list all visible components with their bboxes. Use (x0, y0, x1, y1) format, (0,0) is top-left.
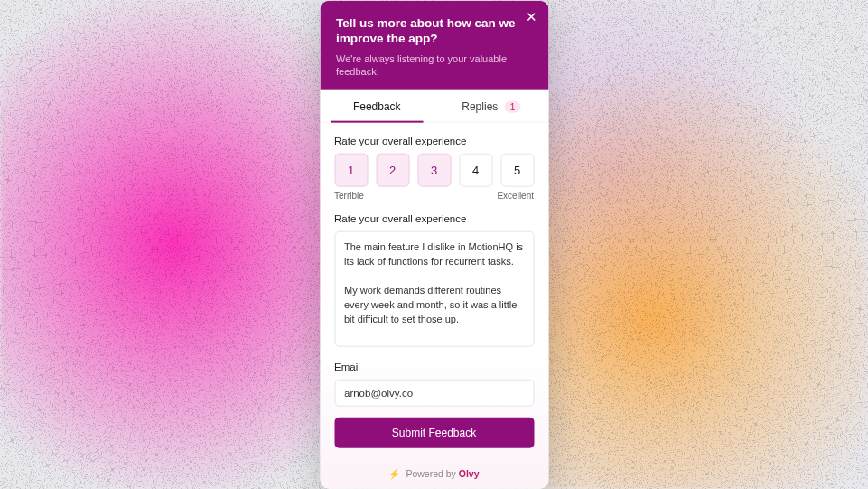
rating-button-3[interactable]: 3 (417, 154, 451, 187)
modal-body: Rate your overall experience 1 2 3 4 5 T… (320, 123, 548, 463)
email-label: Email (334, 362, 534, 372)
tab-feedback[interactable]: Feedback (320, 90, 434, 122)
modal-title: Tell us more about how can we improve th… (336, 14, 532, 46)
modal-subtitle: We're always listening to your valuable … (336, 52, 532, 78)
submit-button[interactable]: Submit Feedback (334, 418, 534, 448)
rating-button-1[interactable]: 1 (334, 154, 368, 187)
tabs: Feedback Replies 1 (320, 90, 548, 123)
bolt-icon: ⚡ (388, 468, 400, 479)
tab-replies[interactable]: Replies 1 (434, 90, 549, 122)
close-icon[interactable]: ✕ (526, 9, 537, 23)
feedback-text-label: Rate your overall experience (334, 213, 534, 224)
scale-labels: Terrible Excellent (334, 191, 534, 201)
rating-button-4[interactable]: 4 (459, 154, 492, 187)
powered-by-text: Powered by (406, 468, 458, 479)
rating-button-2[interactable]: 2 (376, 154, 409, 187)
tab-replies-label: Replies (462, 100, 498, 113)
scale-high-label: Excellent (497, 191, 534, 201)
brand-link[interactable]: Olvy (459, 468, 480, 479)
email-field[interactable] (334, 380, 534, 407)
footer: ⚡ Powered by Olvy (320, 463, 548, 489)
modal-header: ✕ Tell us more about how can we improve … (320, 0, 548, 90)
scale-low-label: Terrible (334, 191, 364, 201)
replies-count-badge: 1 (505, 101, 521, 113)
tab-feedback-label: Feedback (353, 100, 401, 113)
rating-button-5[interactable]: 5 (500, 154, 534, 187)
rating-row: 1 2 3 4 5 (334, 154, 534, 187)
feedback-textarea[interactable] (334, 231, 534, 347)
feedback-modal: ✕ Tell us more about how can we improve … (320, 0, 548, 489)
rating-label: Rate your overall experience (334, 136, 534, 146)
